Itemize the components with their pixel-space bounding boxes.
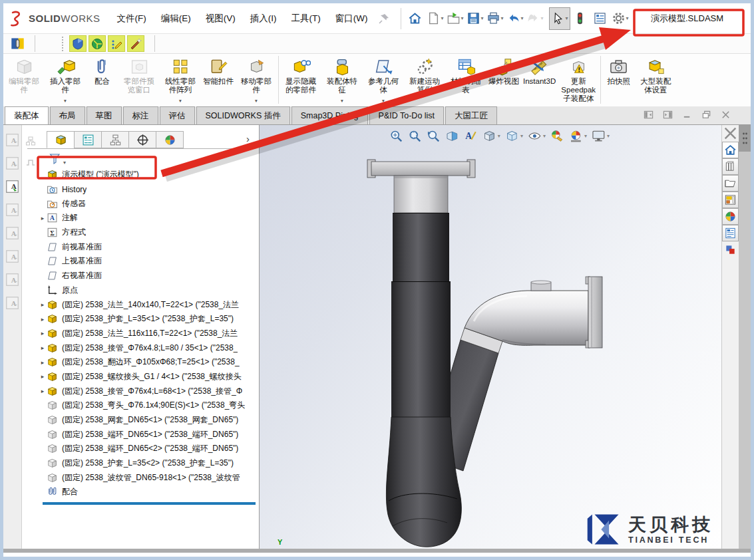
chevron-down-icon[interactable]: ▾ <box>481 15 484 21</box>
ribbon-move-component-button[interactable]: 移动零部件▾ <box>236 54 277 106</box>
tree-filter[interactable]: ▾ <box>49 152 66 166</box>
ribbon-snapshot-button[interactable]: 拍快照 <box>602 54 635 106</box>
tree-item[interactable]: ▸(固定) 2538_接管_Φ76x4;L=68<1> ("2538_接管_Φ <box>22 384 258 398</box>
fm-tab-feature-tree[interactable] <box>47 131 75 148</box>
ribbon-reference-geometry-button[interactable]: 参考几何体▾ <box>363 54 404 106</box>
tab-1[interactable]: 布局 <box>50 106 85 124</box>
tree-item[interactable]: (固定) 2538_护套_L=35<2> ("2538_护套_L=35") <box>22 456 258 471</box>
tab-6[interactable]: Smap3D Piping <box>291 106 368 124</box>
ribbon-instant3d-button[interactable]: Instant3D <box>521 54 558 106</box>
select-cursor-button[interactable]: ▾ <box>549 7 570 30</box>
taskpane-tab-design-library[interactable] <box>722 158 739 175</box>
tree-item[interactable]: 传感器 <box>22 196 258 211</box>
ribbon-bill-of-materials-button[interactable]: 材料明细表 <box>445 54 486 106</box>
annotation-tool-8-icon[interactable]: A <box>5 296 19 310</box>
annotation-tool-6-icon[interactable]: A <box>5 249 19 263</box>
tree-item[interactable]: 右视基准面 <box>22 269 258 283</box>
menu-item-1[interactable]: 编辑(E) <box>154 3 198 33</box>
tab-4[interactable]: 评估 <box>160 106 195 124</box>
dock-left-button[interactable] <box>643 109 654 120</box>
ribbon-mate-button[interactable]: 配合 <box>86 54 118 106</box>
taskpane-tab-home[interactable] <box>722 142 739 158</box>
tree-item[interactable]: ▸(固定) 2538_法兰_140x140,T=22<1> ("2538_法兰 <box>22 297 258 312</box>
expand-arrow-icon[interactable]: ▸ <box>39 316 47 323</box>
tree-item[interactable]: (固定) 2538_端环_DN65<2> ("2538_端环_DN65") <box>22 442 258 456</box>
ribbon-update-speedpak-button[interactable]: 更新Speedpak子装配体 <box>558 54 599 106</box>
taskpane-tab-custom-properties[interactable] <box>722 225 739 241</box>
tree-item[interactable]: Σ方程式 <box>22 225 258 240</box>
restore-button[interactable] <box>701 109 711 120</box>
expand-arrow-icon[interactable]: ▸ <box>39 345 47 351</box>
tree-item[interactable]: 配合 <box>22 485 258 499</box>
annotation-tool-3-icon[interactable]: A <box>5 180 19 194</box>
tree-item[interactable]: (固定) 2538_弯头_Φ76.1x4;90E(S)<1> ("2538_弯头 <box>22 398 258 413</box>
chevron-down-icon[interactable]: ▾ <box>521 15 524 21</box>
fm-tab-dimxpert[interactable] <box>128 131 156 148</box>
annotation-tool-5-icon[interactable]: A <box>5 226 19 240</box>
expand-arrow-icon[interactable]: ▸ <box>39 388 47 394</box>
mate-tool-icon[interactable] <box>9 35 27 52</box>
ribbon-show-hidden-button[interactable]: 显示隐藏的零部件 <box>280 54 321 106</box>
tree-root-item[interactable]: 演示模型 ("演示模型") <box>22 168 258 182</box>
panel-expand-icon[interactable]: › <box>246 133 250 144</box>
tab-8[interactable]: 大国工匠 <box>445 106 497 124</box>
dock-right-button[interactable] <box>662 109 673 120</box>
piping-edit-button[interactable] <box>108 35 125 52</box>
chevron-down-icon[interactable]: ▾ <box>461 15 464 21</box>
annotation-tool-4-icon[interactable]: A <box>5 203 19 217</box>
fm-tab-display-manager[interactable] <box>156 131 184 148</box>
piping-wand-button[interactable] <box>127 35 144 52</box>
chevron-down-icon[interactable]: ▾ <box>64 96 67 105</box>
chevron-down-icon[interactable]: ▾ <box>341 96 343 105</box>
close-icon[interactable] <box>722 125 739 142</box>
chevron-down-icon[interactable]: ▾ <box>63 160 66 166</box>
graphics-viewport[interactable]: A▾▾▾▾▾ <box>260 125 721 553</box>
save-button[interactable]: ▾ <box>465 7 485 30</box>
taskpane-tab-view-palette[interactable] <box>722 192 739 208</box>
ribbon-assembly-features-button[interactable]: 装配体特征▾ <box>321 54 363 106</box>
tab-7[interactable]: P&ID To-Do list <box>369 106 445 124</box>
annotation-tool-1-icon[interactable]: A <box>5 133 19 147</box>
chevron-down-icon[interactable]: ▾ <box>382 96 385 105</box>
taskpane-tab-forum[interactable] <box>722 241 739 258</box>
home-button[interactable] <box>405 7 425 30</box>
filter-funnel-icon[interactable] <box>49 152 62 166</box>
ribbon-motion-study-button[interactable]: 新建运动算例 <box>404 54 445 106</box>
pin-icon[interactable] <box>378 13 390 25</box>
taskpane-tab-file-explorer[interactable] <box>722 175 739 192</box>
chevron-down-icon[interactable]: ▾ <box>541 15 544 21</box>
tree-item[interactable]: (固定) 2538_端环_DN65<1> ("2538_端环_DN65") <box>22 427 258 442</box>
tab-3[interactable]: 标注 <box>123 106 158 124</box>
tab-5[interactable]: SOLIDWORKS 插件 <box>196 106 290 124</box>
annotation-tool-2-icon[interactable]: A <box>5 156 19 170</box>
piping-ball-button[interactable] <box>89 35 106 52</box>
tree-item[interactable]: 上视基准面 <box>22 254 258 269</box>
tab-2[interactable]: 草图 <box>87 106 122 124</box>
ribbon-smart-fasteners-button[interactable]: 智能扣件 <box>201 54 236 106</box>
ribbon-linear-pattern-button[interactable]: 线性零部件阵列▾ <box>160 54 201 106</box>
traffic-light-button[interactable] <box>570 7 590 30</box>
minimize-button[interactable] <box>681 109 692 120</box>
expand-arrow-icon[interactable]: ▸ <box>39 330 47 337</box>
chevron-down-icon[interactable]: ▾ <box>255 96 258 105</box>
fm-tab-property-manager[interactable] <box>74 131 102 148</box>
undo-button[interactable]: ▾ <box>505 7 525 30</box>
chevron-down-icon[interactable]: ▾ <box>441 15 444 21</box>
redo-button[interactable]: ▾ <box>525 7 545 30</box>
tree-item[interactable]: 原点 <box>22 283 258 298</box>
expand-arrow-icon[interactable]: ▸ <box>39 373 47 380</box>
ribbon-insert-component-button[interactable]: 插入零部件▾ <box>45 54 86 106</box>
splitter-handle-icon[interactable] <box>739 125 751 152</box>
tree-item[interactable]: (固定) 2538_网套_DN65<1> ("2538_网套_DN65") <box>22 413 258 428</box>
expand-arrow-icon[interactable]: ▸ <box>39 301 47 308</box>
rollback-bar[interactable] <box>43 502 256 505</box>
taskpane-splitter[interactable] <box>739 125 751 553</box>
chevron-down-icon[interactable]: ▾ <box>626 15 629 21</box>
ribbon-exploded-view-button[interactable]: 爆炸视图 <box>486 54 521 106</box>
menu-item-5[interactable]: 窗口(W) <box>328 3 375 33</box>
annotation-tool-7-icon[interactable]: A <box>5 273 19 287</box>
new-document-button[interactable]: ▾ <box>425 7 445 30</box>
print-button[interactable]: ▾ <box>485 7 505 30</box>
tree-item[interactable]: ▸(固定) 2538_法兰_116x116,T=22<1> ("2538_法兰 <box>22 327 258 341</box>
close-button[interactable] <box>720 109 731 120</box>
